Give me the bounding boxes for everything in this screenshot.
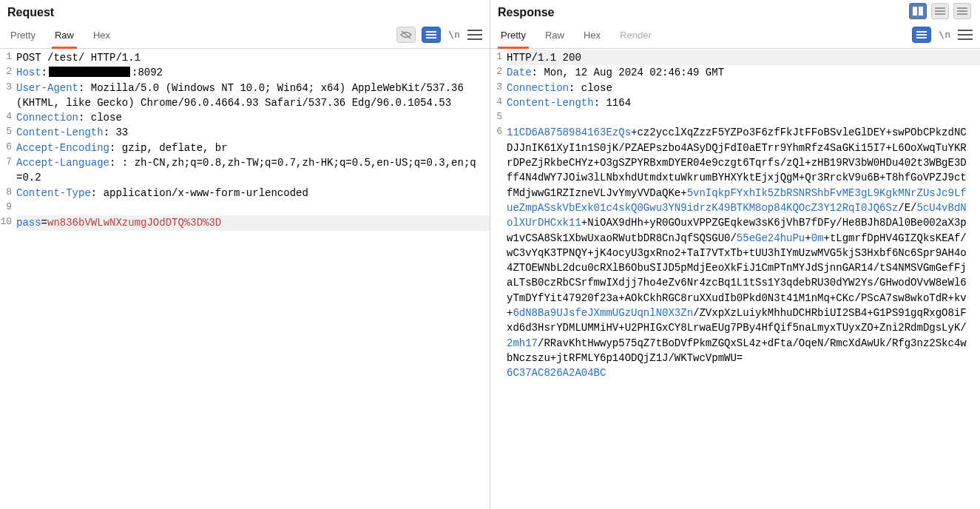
tab-response-raw[interactable]: Raw (542, 25, 567, 49)
request-tabbar: Pretty Raw Hex \n (0, 22, 490, 49)
request-header: Request (0, 0, 490, 22)
response-line-5 (507, 110, 980, 125)
request-line-9 (16, 200, 490, 215)
request-line-1: POST /test/ HTTP/1.1 (16, 50, 490, 65)
tab-response-hex[interactable]: Hex (581, 25, 604, 49)
lines-icon[interactable] (912, 27, 931, 43)
view-rows-button[interactable] (931, 3, 949, 19)
menu-icon[interactable] (467, 30, 482, 40)
response-header: Response (490, 0, 980, 22)
request-line-5: Content-Length: 33 (16, 125, 490, 140)
request-body[interactable]: 1POST /test/ HTTP/1.1 2Host::8092 3User-… (0, 49, 490, 509)
request-line-8: Content-Type: application/x-www-form-url… (16, 186, 490, 200)
response-tabbar: Pretty Raw Hex Render \n (490, 22, 980, 49)
wrap-toggle[interactable]: \n (937, 29, 952, 40)
tab-response-pretty[interactable]: Pretty (498, 25, 529, 49)
global-view-controls (909, 3, 971, 19)
view-columns-button[interactable] (909, 3, 927, 19)
request-line-4: Connection: close (16, 110, 490, 125)
view-single-button[interactable] (953, 3, 971, 19)
request-line-3: User-Agent: Mozilla/5.0 (Windows NT 10.0… (16, 81, 490, 111)
tab-response-render[interactable]: Render (617, 25, 655, 49)
tab-request-hex[interactable]: Hex (90, 25, 113, 49)
response-line-4: Content-Length: 1164 (507, 95, 980, 110)
redacted-host (49, 67, 130, 77)
request-line-10: pass=wn836bVWLwNXzumgJOdDTQ%3D%3D (16, 215, 490, 230)
menu-icon[interactable] (958, 30, 973, 40)
request-line-7: Accept-Language: : zh-CN,zh;q=0.8,zh-TW;… (16, 155, 490, 186)
eye-disabled-icon[interactable] (396, 27, 416, 43)
response-line-6: 11CD6A8758984163EzQs+cz2ycclXqZzzF5YZPo3… (507, 125, 980, 380)
response-line-1: HTTP/1.1 200 (507, 50, 980, 65)
tab-request-raw[interactable]: Raw (52, 25, 77, 49)
wrap-toggle[interactable]: \n (447, 29, 462, 40)
response-line-3: Connection: close (507, 81, 980, 95)
request-pane: Request Pretty Raw Hex \n 1POST /test/ H… (0, 0, 490, 509)
response-line-2: Date: Mon, 12 Aug 2024 02:46:49 GMT (507, 65, 980, 80)
response-body[interactable]: 1HTTP/1.1 200 2Date: Mon, 12 Aug 2024 02… (490, 49, 980, 509)
response-title: Response (498, 6, 554, 18)
lines-icon[interactable] (422, 27, 441, 43)
tab-request-pretty[interactable]: Pretty (7, 25, 38, 49)
request-title: Request (7, 6, 54, 18)
response-pane: Response Pretty Raw Hex Render \n 1HTTP/… (490, 0, 980, 509)
request-line-2: Host::8092 (16, 65, 490, 80)
request-line-6: Accept-Encoding: gzip, deflate, br (16, 141, 490, 155)
